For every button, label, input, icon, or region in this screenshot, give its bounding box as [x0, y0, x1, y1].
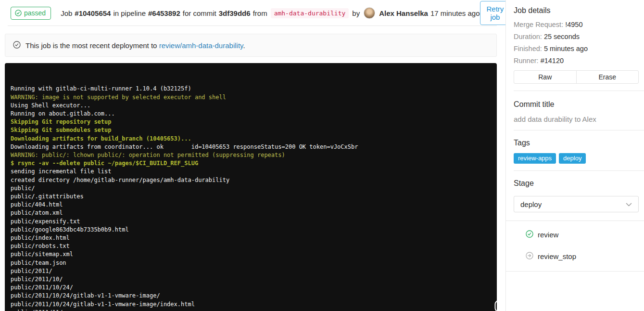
log-line: public/expensify.txt: [11, 218, 491, 226]
log-line: public/2011/10/: [11, 275, 491, 284]
stage-dropdown[interactable]: deploy: [514, 196, 639, 212]
pipeline-number-link[interactable]: #6453892: [148, 9, 180, 17]
log-line: public/: [11, 184, 491, 193]
log-line: public/index.html: [11, 234, 491, 242]
log-line: public/404.html: [11, 201, 491, 209]
job-details-list: Merge Request: !4950 Duration: 25 second…: [514, 19, 638, 67]
job-sidebar: Job details Merge Request: !4950 Duratio…: [505, 0, 644, 311]
log-line: Downloading artifacts for build_branch (…: [11, 135, 491, 143]
time-ago: 17 minutes ago: [430, 9, 480, 17]
environment-link[interactable]: review/amh-data-durability: [159, 41, 243, 50]
status-passed-icon: [526, 230, 533, 239]
log-lines: Running with gitlab-ci-multi-runner 1.10…: [11, 85, 491, 311]
stage-job-name: review_stop: [538, 252, 576, 260]
log-line: $ rsync -av --delete public ~/pages/$CI_…: [11, 159, 491, 168]
divider: [514, 130, 644, 130]
merge-request-link[interactable]: !4950: [565, 21, 582, 28]
log-line: Downloading artifacts from coordinator..…: [11, 143, 491, 151]
build-log[interactable]: Running with gitlab-ci-multi-runner 1.10…: [5, 63, 497, 311]
commit-sha-link[interactable]: 3df39dd6: [219, 9, 251, 17]
in-pipeline-label: in pipeline: [113, 9, 146, 17]
check-circle-icon: [13, 41, 21, 50]
status-label: passed: [24, 9, 46, 17]
log-line: WARNING: image is not supported by selec…: [11, 93, 491, 102]
commit-title-heading: Commit title: [514, 100, 638, 109]
stage-job-review[interactable]: review: [506, 224, 644, 246]
detail-duration: Duration: 25 seconds: [514, 31, 638, 43]
tag-badge: review-apps: [514, 153, 556, 164]
author-name[interactable]: Alex Hanselka: [379, 9, 428, 17]
detail-runner: Runner: #14120: [514, 55, 638, 67]
detail-finished: Finished: 5 minutes ago: [514, 43, 638, 55]
status-manual-icon: [526, 252, 533, 261]
from-label: from: [253, 9, 267, 17]
job-header: passed Job #10405654 in pipeline #645389…: [5, 4, 497, 22]
log-line: public/google863dbc4b7335b0b9.html: [11, 226, 491, 234]
erase-button[interactable]: Erase: [576, 70, 639, 84]
tags-heading: Tags: [514, 139, 638, 147]
notice-text: This job is the most recent deployment t…: [25, 41, 245, 50]
stage-job-name: review: [538, 231, 558, 239]
job-info: Job #10405654 in pipeline #6453892 for c…: [61, 7, 480, 19]
log-line: WARNING: public/: lchown public/: operat…: [11, 151, 491, 159]
log-line: sending incremental file list: [11, 168, 491, 176]
chevron-down-icon: [626, 200, 632, 208]
log-line: public/robots.txt: [11, 242, 491, 250]
log-line: Using Shell executor...: [11, 102, 491, 110]
author-avatar[interactable]: [364, 7, 375, 19]
for-commit-label: for commit: [183, 9, 216, 17]
tag-list: review-apps deploy: [514, 153, 638, 164]
check-circle-icon: [15, 10, 22, 16]
stage-jobs-list: review review_stop: [506, 220, 644, 272]
log-line: Running with gitlab-ci-multi-runner 1.10…: [11, 85, 491, 93]
log-line: public/sitemap.xml: [11, 250, 491, 259]
log-line: public/2011/10/24/gitlab-v1-1-vmware-ima…: [11, 300, 491, 309]
log-line: public/2011/11/: [11, 309, 491, 311]
commit-title-text: add data durability to Alex: [514, 115, 638, 123]
tag-badge: deploy: [559, 153, 586, 164]
stage-job-review-stop[interactable]: review_stop: [506, 246, 644, 267]
log-line: Skipping Git submodules setup: [11, 126, 491, 134]
by-label: by: [352, 9, 360, 17]
detail-merge-request: Merge Request: !4950: [514, 19, 638, 31]
job-details-heading: Job details: [514, 6, 638, 15]
header-divider: [8, 26, 497, 26]
main-column: passed Job #10405654 in pipeline #645389…: [5, 0, 497, 311]
scroll-to-bottom-button[interactable]: [479, 285, 490, 306]
log-line: public/2011/10/24/: [11, 284, 491, 292]
log-line: public/.gitattributes: [11, 193, 491, 201]
log-line: Skipping Git repository setup: [11, 118, 491, 126]
deployment-notice: This job is the most recent deployment t…: [5, 34, 497, 57]
job-number-link[interactable]: #10405654: [75, 9, 111, 17]
log-line: created directory /home/gitlab-runner/pa…: [11, 176, 491, 184]
log-action-buttons: Raw Erase: [514, 70, 639, 84]
job-label: Job: [61, 9, 72, 17]
log-line: Running on about.gitlab.com...: [11, 110, 491, 118]
stage-heading: Stage: [514, 179, 638, 188]
log-line: public/atom.xml: [11, 209, 491, 217]
branch-ref-badge[interactable]: amh-data-durability: [271, 8, 349, 18]
log-line: public/2011/: [11, 267, 491, 275]
log-line: public/team.json: [11, 259, 491, 267]
status-badge[interactable]: passed: [11, 7, 51, 20]
log-line: public/2011/10/24/gitlab-v1-1-vmware-ima…: [11, 292, 491, 300]
divider: [514, 170, 644, 171]
stage-selected-value: deploy: [520, 200, 542, 208]
divider: [514, 91, 644, 91]
raw-button[interactable]: Raw: [514, 70, 577, 84]
